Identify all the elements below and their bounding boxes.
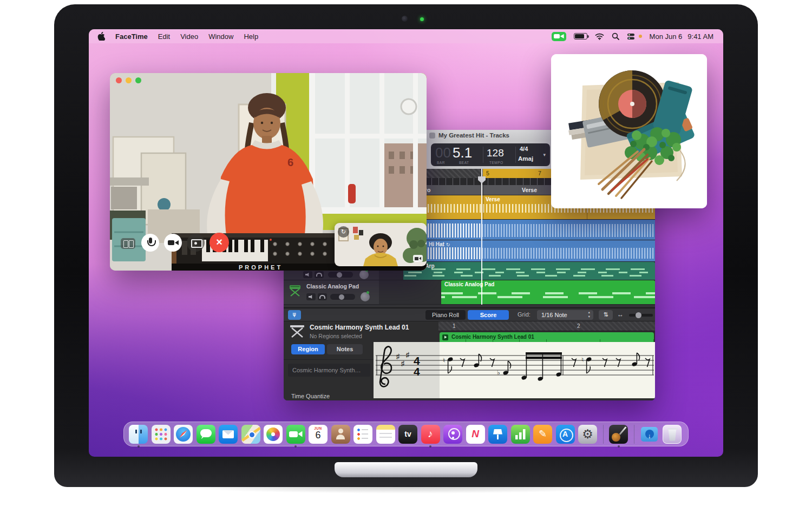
dock-notes-icon[interactable] <box>376 425 395 444</box>
arrangement-divider <box>483 185 483 195</box>
webcam-indicator-light <box>420 17 424 21</box>
dock-calendar-icon[interactable]: JUN6 <box>309 425 328 444</box>
dock-appstore-icon[interactable]: A <box>556 425 575 444</box>
running-indicator-dot <box>429 445 431 448</box>
facetime-window[interactable]: 6 <box>110 73 427 271</box>
vertical-zoom-button[interactable]: ⇅ <box>599 310 613 320</box>
svg-text:6: 6 <box>287 156 293 168</box>
album-artwork-window[interactable] <box>551 54 707 208</box>
region-boundary <box>483 195 483 219</box>
menu-edit[interactable]: Edit <box>158 32 170 41</box>
dock-news-icon[interactable]: N <box>466 425 485 444</box>
laptop-shadow <box>70 486 742 497</box>
track-lane-pad[interactable]: Classic Analog Pad <box>379 280 655 305</box>
dock-messages-icon[interactable] <box>197 425 215 444</box>
horizontal-zoom-icon: ↔ <box>617 311 624 318</box>
dock-reminders-icon[interactable] <box>353 425 372 444</box>
score-region-header[interactable]: Cosmic Harmony Synth Lead 01 <box>440 332 654 342</box>
region-play-icon[interactable] <box>442 334 448 340</box>
dock-mail-icon[interactable] <box>219 425 238 444</box>
camera-active-indicator-icon[interactable] <box>552 32 566 41</box>
transport-lcd[interactable]: 00 5.1 BAR BEAT 128 TEMPO 4/4 Amaj ▾ <box>431 143 550 166</box>
dropdown-chevrons-icon: ▲▼ <box>588 311 591 319</box>
dock-numbers-icon[interactable] <box>511 425 530 444</box>
score-editor-panel: ⋔ Piano Roll Score Grid: 1/16 Note ▲▼ ⇅ … <box>284 307 655 400</box>
close-button[interactable] <box>116 77 122 83</box>
notes-tab[interactable]: Notes <box>327 344 363 354</box>
user-switch-icon[interactable] <box>627 33 636 40</box>
notification-dot <box>639 35 642 38</box>
volume-slider[interactable] <box>328 272 353 278</box>
dock-trash-icon[interactable] <box>663 425 682 444</box>
synth-track-icon <box>288 284 302 297</box>
menu-window[interactable]: Window <box>208 32 233 41</box>
pan-knob[interactable] <box>359 270 369 279</box>
lcd-chevron-down-icon[interactable]: ▾ <box>543 152 546 157</box>
mute-button[interactable] <box>306 293 316 300</box>
pan-knob[interactable] <box>361 292 370 301</box>
menu-video[interactable]: Video <box>180 32 198 41</box>
dock-maps-icon[interactable] <box>241 425 260 444</box>
dock-safari-icon[interactable] <box>174 425 193 444</box>
spotlight-search-icon[interactable] <box>612 32 619 40</box>
lcd-tempo-label: TEMPO <box>489 161 503 165</box>
dock-facetime-icon[interactable] <box>286 425 305 444</box>
dock-separator <box>603 425 604 444</box>
grid-value-dropdown[interactable]: 1/16 Note ▲▼ <box>537 310 593 320</box>
mute-button[interactable] <box>303 271 312 278</box>
dock-podcasts-icon[interactable] <box>443 425 462 444</box>
piano-roll-tab[interactable]: Piano Roll <box>425 310 466 320</box>
patch-name-row[interactable]: Cosmic Harmony Synth… <box>288 364 370 377</box>
mute-mic-button[interactable] <box>141 234 159 252</box>
playhead[interactable] <box>481 169 482 305</box>
dock-photos-icon[interactable] <box>264 425 283 444</box>
pad-track-name[interactable]: Classic Analog Pad <box>306 283 359 290</box>
sidebar-toggle-icon[interactable] <box>121 238 135 249</box>
dock-music-icon[interactable]: ♪ <box>421 425 440 444</box>
window-traffic-lights <box>116 77 141 83</box>
flip-camera-icon[interactable]: ↻ <box>338 226 349 238</box>
solo-button[interactable] <box>318 293 327 300</box>
dock-separator <box>634 425 634 444</box>
screen-share-button[interactable] <box>187 234 205 252</box>
camera-toggle-button[interactable] <box>164 234 182 252</box>
dock-finder-icon[interactable] <box>129 425 148 444</box>
menu-facetime[interactable]: FaceTime <box>115 32 148 41</box>
volume-slider[interactable] <box>330 294 355 300</box>
score-ruler[interactable]: 1 2 <box>438 321 655 331</box>
dock-garageband-icon[interactable] <box>609 425 628 444</box>
zoom-slider[interactable] <box>629 314 653 317</box>
lcd-time-signature[interactable]: 4/4 <box>520 146 528 152</box>
minimize-button[interactable] <box>126 77 132 83</box>
battery-icon[interactable] <box>574 33 587 40</box>
lcd-divider <box>483 147 483 163</box>
menu-help[interactable]: Help <box>244 32 258 41</box>
dock-downloads-icon[interactable]: ↓ <box>640 425 659 444</box>
track-header-pad[interactable]: Classic Analog Pad <box>284 280 379 305</box>
dock-pages-icon[interactable]: ✎ <box>533 425 552 444</box>
lcd-tempo-value[interactable]: 128 <box>487 147 504 159</box>
region-tab[interactable]: Region <box>291 344 325 354</box>
menubar-date[interactable]: Mon Jun 6 <box>650 32 683 41</box>
dock-contacts-icon[interactable] <box>331 425 350 444</box>
pip-camera-badge-icon <box>413 255 423 262</box>
end-call-button[interactable]: × <box>209 233 229 252</box>
dock-launchpad-icon[interactable] <box>152 425 171 444</box>
score-bar-2: 2 <box>577 323 580 329</box>
apple-menu-icon[interactable] <box>97 32 105 41</box>
screen-wallpaper: FaceTime Edit Video Window Help <box>89 29 723 457</box>
midi-region-arp[interactable]: Analog Arp <box>403 262 655 280</box>
solo-button[interactable] <box>315 271 324 278</box>
arrangement-verse-label[interactable]: Verse <box>522 187 537 193</box>
midi-region-pad[interactable]: Classic Analog Pad <box>441 280 655 304</box>
score-tab[interactable]: Score <box>468 310 509 320</box>
zoom-button[interactable] <box>135 77 141 83</box>
dock-keynote-icon[interactable] <box>488 425 507 444</box>
menubar-time[interactable]: 9:41 AM <box>687 32 713 41</box>
lcd-key[interactable]: Amaj <box>518 155 533 162</box>
dock-tv-icon[interactable]: tv <box>398 425 417 444</box>
wifi-icon[interactable] <box>595 33 604 40</box>
dock-settings-icon[interactable]: ⚙ <box>578 425 597 444</box>
catch-playhead-button[interactable]: ⋔ <box>288 310 301 320</box>
picture-in-picture[interactable]: ↻ <box>335 223 427 266</box>
